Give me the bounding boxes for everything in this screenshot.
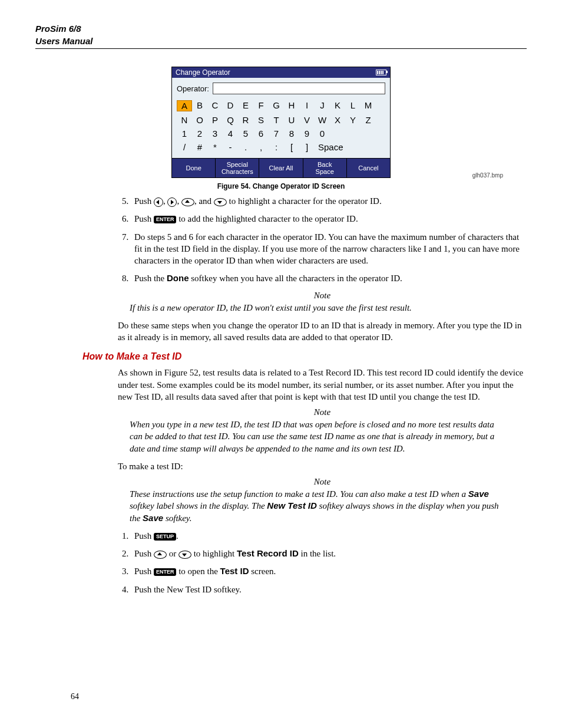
char-cell[interactable]: X <box>330 115 345 125</box>
softkey[interactable]: Done <box>172 159 216 177</box>
operator-input[interactable] <box>213 83 385 94</box>
char-cell[interactable]: 1 <box>177 129 192 139</box>
step-item: Push the New Test ID softkey. <box>131 584 527 595</box>
step-item: Push or to highlight Test Record ID in t… <box>131 548 527 559</box>
char-cell[interactable]: P <box>207 115 223 125</box>
header-rule <box>35 48 527 49</box>
down-arrow-icon <box>178 551 191 559</box>
char-cell[interactable]: Y <box>345 115 361 125</box>
paragraph-2: As shown in Figure 52, test results data… <box>118 367 527 403</box>
header-line1: ProSim 6/8 <box>35 24 527 34</box>
char-cell[interactable]: / <box>177 142 192 152</box>
steps-list-b: Push SETUP.Push or to highlight Test Rec… <box>118 530 527 595</box>
character-grid[interactable]: ABCDEFGHIJKLMNOPQRSTUVWXYZ1234567890/#*-… <box>177 100 385 152</box>
char-cell[interactable]: W <box>315 115 330 125</box>
note1-body: If this is a new operator ID, the ID won… <box>130 302 503 314</box>
char-cell[interactable]: 4 <box>223 129 238 139</box>
char-cell[interactable]: M <box>361 100 376 111</box>
char-cell[interactable]: S <box>253 115 269 125</box>
operator-row: Operator: <box>177 83 385 94</box>
softkey[interactable]: BackSpace <box>303 159 347 177</box>
softkey[interactable]: Clear All <box>259 159 303 177</box>
screen-titlebar: Change Operator <box>172 67 390 78</box>
figure-caption: Figure 54. Change Operator ID Screen <box>35 182 527 190</box>
note3-body: These instructions use the setup functio… <box>130 488 503 524</box>
steps-list-a: Push , , , and to highlight a character … <box>118 195 527 285</box>
softkey[interactable]: SpecialCharacters <box>216 159 259 177</box>
step-item: Push ENTER to add the highlighted charac… <box>131 213 527 225</box>
char-cell[interactable]: 9 <box>299 129 315 139</box>
char-cell[interactable]: R <box>238 115 253 125</box>
char-cell[interactable]: Space <box>315 142 347 152</box>
char-cell[interactable]: : <box>269 142 284 152</box>
down-arrow-icon <box>214 198 227 206</box>
note3-label: Note <box>118 477 527 487</box>
enter-key: ENTER <box>154 216 177 223</box>
step-item: Push ENTER to open the Test ID screen. <box>131 565 527 577</box>
up-arrow-icon <box>181 198 194 206</box>
section-heading: How to Make a Test ID <box>82 351 527 362</box>
char-cell[interactable]: O <box>192 115 207 125</box>
page-number: 64 <box>71 692 79 701</box>
char-cell[interactable]: 5 <box>238 129 253 139</box>
char-cell[interactable]: T <box>269 115 284 125</box>
char-cell[interactable]: . <box>238 142 253 152</box>
char-cell[interactable]: 7 <box>269 129 284 139</box>
step-item: Do steps 5 and 6 for each character in t… <box>131 231 527 267</box>
right-arrow-icon <box>167 197 177 207</box>
char-cell[interactable]: K <box>330 100 345 111</box>
softkey[interactable]: Cancel <box>347 159 390 177</box>
step-item: Push , , , and to highlight a character … <box>131 195 527 207</box>
screen-title: Change Operator <box>176 68 230 77</box>
note2-body: When you type in a new test ID, the test… <box>130 419 503 454</box>
setup-key: SETUP <box>154 533 176 541</box>
step-item: Push SETUP. <box>131 530 527 542</box>
operator-label: Operator: <box>177 84 209 93</box>
char-cell[interactable]: J <box>315 100 330 111</box>
char-cell[interactable]: * <box>207 142 223 152</box>
char-cell[interactable]: L <box>345 100 361 111</box>
softkeys-row: DoneSpecialCharactersClear AllBackSpaceC… <box>172 158 390 177</box>
header-line2: Users Manual <box>35 36 527 46</box>
char-cell[interactable]: 3 <box>207 129 223 139</box>
char-cell[interactable]: 8 <box>284 129 299 139</box>
figure-area: Change Operator Operator: ABCDEFGHIJKLMN… <box>35 67 527 178</box>
char-cell[interactable]: N <box>177 115 192 125</box>
char-cell[interactable]: G <box>269 100 284 111</box>
up-arrow-icon <box>154 551 167 559</box>
char-cell[interactable]: U <box>284 115 299 125</box>
device-screen: Change Operator Operator: ABCDEFGHIJKLMN… <box>171 67 391 178</box>
screen-body: Operator: ABCDEFGHIJKLMNOPQRSTUVWXYZ1234… <box>172 78 390 158</box>
battery-icon <box>376 70 386 75</box>
char-cell[interactable]: # <box>192 142 207 152</box>
char-cell[interactable]: Z <box>361 115 376 125</box>
note1-label: Note <box>118 291 527 301</box>
paragraph-3: To make a test ID: <box>118 460 527 472</box>
char-cell[interactable]: 6 <box>253 129 269 139</box>
step-item: Push the Done softkey when you have all … <box>131 272 527 284</box>
char-cell[interactable]: , <box>253 142 269 152</box>
char-cell[interactable]: V <box>299 115 315 125</box>
char-cell[interactable]: 0 <box>315 129 330 139</box>
left-arrow-icon <box>154 197 163 207</box>
enter-key: ENTER <box>154 568 177 576</box>
char-cell[interactable]: H <box>284 100 299 111</box>
char-cell[interactable]: D <box>223 100 238 111</box>
note2-label: Note <box>118 407 527 417</box>
char-cell[interactable]: Q <box>223 115 238 125</box>
char-cell[interactable]: A <box>177 100 192 111</box>
char-cell[interactable]: [ <box>284 142 299 152</box>
char-cell[interactable]: 2 <box>192 129 207 139</box>
char-cell[interactable]: B <box>192 100 207 111</box>
paragraph-1: Do these same steps when you change the … <box>118 319 527 344</box>
char-cell[interactable]: ] <box>299 142 315 152</box>
char-cell[interactable]: F <box>253 100 269 111</box>
char-cell[interactable]: - <box>223 142 238 152</box>
char-cell[interactable]: I <box>299 100 315 111</box>
char-cell[interactable]: E <box>238 100 253 111</box>
content-column: Push , , , and to highlight a character … <box>118 195 527 595</box>
char-cell[interactable]: C <box>207 100 223 111</box>
